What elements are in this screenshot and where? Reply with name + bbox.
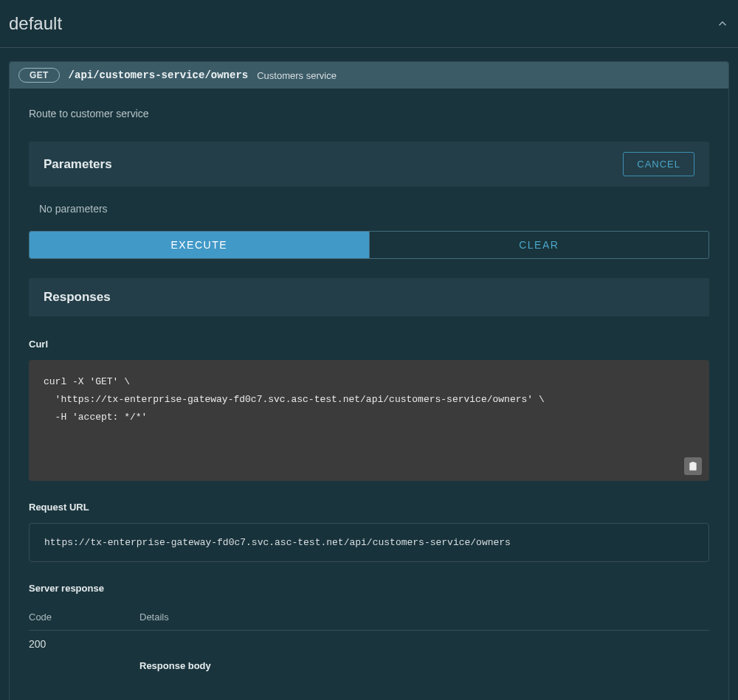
request-url-box: https://tx-enterprise-gateway-fd0c7.svc.… (29, 523, 709, 562)
response-row: 200 Response body (29, 631, 709, 686)
operation-list: GET /api/customers-service/owners Custom… (0, 61, 738, 700)
section-title: default (9, 13, 62, 34)
operation-path: /api/customers-service/owners (69, 69, 249, 81)
operation-body: Route to customer service Parameters CAN… (10, 89, 728, 700)
clear-button[interactable]: CLEAR (369, 232, 709, 258)
operation-summary-bar[interactable]: GET /api/customers-service/owners Custom… (10, 62, 728, 89)
request-url-label: Request URL (29, 502, 709, 513)
operation-summary-text: Customers service (257, 70, 337, 81)
clipboard-icon (688, 461, 698, 471)
no-parameters-text: No parameters (29, 187, 709, 231)
section-header[interactable]: default (0, 0, 738, 48)
response-details-cell: Response body (139, 638, 709, 679)
server-response-label: Server response (29, 583, 709, 594)
http-method-badge: GET (18, 68, 60, 83)
responses-heading: Responses (44, 290, 694, 305)
response-status-code: 200 (29, 638, 117, 679)
column-header-code: Code (29, 611, 117, 623)
operation-description: Route to customer service (29, 108, 709, 119)
operation-block: GET /api/customers-service/owners Custom… (9, 61, 729, 700)
response-table-header: Code Details (29, 604, 709, 631)
curl-label: Curl (29, 339, 709, 350)
curl-command-text: curl -X 'GET' \ 'https://tx-enterprise-g… (44, 376, 545, 423)
copy-curl-button[interactable] (684, 457, 702, 475)
responses-bar: Responses (29, 278, 709, 316)
column-header-details: Details (139, 611, 709, 623)
response-body-label: Response body (139, 638, 709, 679)
request-url-text: https://tx-enterprise-gateway-fd0c7.svc.… (44, 537, 511, 548)
server-response-table: Code Details 200 Response body (29, 604, 709, 686)
curl-command-box: curl -X 'GET' \ 'https://tx-enterprise-g… (29, 360, 709, 481)
parameters-bar: Parameters CANCEL (29, 142, 709, 187)
parameters-heading: Parameters (44, 157, 112, 172)
cancel-button[interactable]: CANCEL (623, 152, 694, 176)
svg-rect-0 (692, 462, 695, 463)
execute-button[interactable]: EXECUTE (30, 232, 369, 258)
action-button-row: EXECUTE CLEAR (29, 231, 709, 259)
chevron-up-icon (716, 17, 729, 30)
